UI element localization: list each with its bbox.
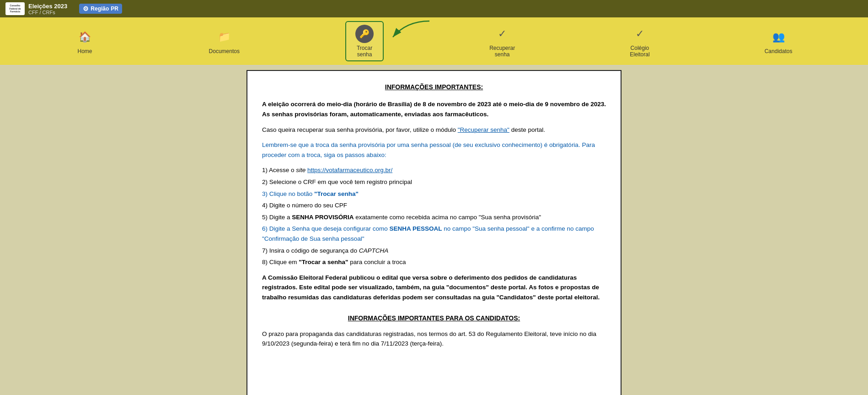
site-title: Eleições 2023 bbox=[28, 3, 67, 10]
votafarmaceutico-link[interactable]: https://votafarmaceutico.org.br/ bbox=[307, 167, 392, 173]
colegio-check-icon: ✓ bbox=[631, 25, 649, 43]
documentos-icon: 📁 bbox=[215, 28, 233, 46]
steps-list: 1) Acesse o site https://votafarmaceutic… bbox=[262, 165, 606, 267]
content-para4: A Comissão Eleitoral Federal publicou o … bbox=[262, 273, 606, 303]
region-label: Região bbox=[91, 5, 109, 12]
site-subtitle: CFF / CRFs bbox=[28, 10, 67, 15]
para4-text: A Comissão Eleitoral Federal publicou o … bbox=[262, 274, 600, 301]
region-badge[interactable]: ⚙ Região PR bbox=[79, 4, 122, 14]
step-5: 5) Digite a SENHA PROVISÓRIA exatamente … bbox=[262, 212, 606, 222]
para5-text: O prazo para propaganda das candidaturas… bbox=[262, 330, 596, 347]
nav-colegio-eleitoral-label: ColégioEleitoral bbox=[630, 45, 649, 58]
para2-suffix: deste portal. bbox=[511, 126, 545, 133]
top-bar: ConselhoFederal deFarmácia Eleições 2023… bbox=[0, 0, 868, 17]
nav-trocar-senha-label: Trocarsenha bbox=[357, 45, 372, 58]
main-content: INFORMAÇÕES IMPORTANTES: A eleição ocorr… bbox=[0, 65, 868, 395]
nav-colegio-eleitoral[interactable]: ✓ ColégioEleitoral bbox=[621, 22, 659, 60]
home-icon: 🏠 bbox=[76, 28, 94, 46]
para1-text: A eleição ocorrerá do meio-dia (horário … bbox=[262, 101, 606, 118]
nav-candidatos[interactable]: 👥 Candidatos bbox=[755, 25, 802, 57]
step-3: 3) Clique no botão "Trocar senha" bbox=[262, 189, 606, 199]
content-para2: Caso queira recuperar sua senha provisór… bbox=[262, 125, 606, 135]
step-8: 8) Clique em "Trocar a senha" para concl… bbox=[262, 257, 606, 267]
nav-documentos-label: Documentos bbox=[209, 48, 240, 54]
section2-title: INFORMAÇÕES IMPORTANTES PARA OS CANDIDAT… bbox=[262, 313, 606, 323]
nav-bar: 🏠 Home 📁 Documentos 🔑 Trocarsenha ✓ Recu… bbox=[0, 17, 868, 65]
candidatos-icon: 👥 bbox=[769, 28, 788, 46]
region-value: PR bbox=[111, 5, 118, 12]
para3-text: Lembrem-se que a troca da senha provisór… bbox=[262, 141, 595, 158]
step-7: 7) Insira o código de segurança do CAPTC… bbox=[262, 246, 606, 256]
key-icon: 🔑 bbox=[355, 25, 374, 43]
para2-prefix: Caso queira recuperar sua senha provisór… bbox=[262, 126, 458, 133]
nav-recuperar-senha-label: Recuperarsenha bbox=[489, 45, 515, 58]
gear-icon: ⚙ bbox=[83, 5, 89, 12]
logo: ConselhoFederal deFarmácia bbox=[5, 2, 25, 15]
step-1: 1) Acesse o site https://votafarmaceutic… bbox=[262, 165, 606, 175]
logo-area: ConselhoFederal deFarmácia Eleições 2023… bbox=[5, 2, 67, 15]
nav-home[interactable]: 🏠 Home bbox=[67, 25, 103, 57]
nav-documentos[interactable]: 📁 Documentos bbox=[200, 25, 249, 57]
step-6: 6) Digite a Senha que deseja configurar … bbox=[262, 224, 606, 243]
step-4: 4) Digite o número do seu CPF bbox=[262, 200, 606, 211]
content-para5: O prazo para propaganda das candidaturas… bbox=[262, 329, 606, 349]
nav-recuperar-senha[interactable]: ✓ Recuperarsenha bbox=[480, 22, 524, 60]
content-title: INFORMAÇÕES IMPORTANTES: bbox=[262, 82, 606, 92]
recuperar-senha-link[interactable]: "Recuperar senha" bbox=[458, 126, 509, 133]
site-title-block: Eleições 2023 CFF / CRFs bbox=[28, 3, 67, 15]
recuperar-check-icon: ✓ bbox=[493, 25, 511, 43]
step-2: 2) Selecione o CRF em que você tem regis… bbox=[262, 177, 606, 187]
content-box: INFORMAÇÕES IMPORTANTES: A eleição ocorr… bbox=[246, 70, 622, 395]
content-para3: Lembrem-se que a troca da senha provisór… bbox=[262, 140, 606, 160]
nav-home-label: Home bbox=[78, 48, 92, 54]
nav-candidatos-label: Candidatos bbox=[765, 48, 793, 54]
nav-trocar-senha[interactable]: 🔑 Trocarsenha bbox=[345, 21, 384, 61]
content-para1: A eleição ocorrerá do meio-dia (horário … bbox=[262, 99, 606, 119]
